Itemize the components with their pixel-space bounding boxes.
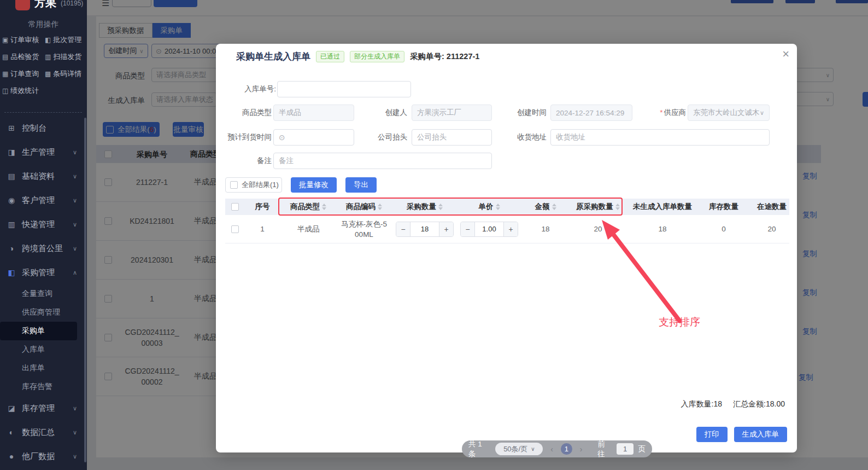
sidebar-item-basic-data[interactable]: ▤基础资料∨: [0, 164, 85, 188]
console-icon: ⊞: [7, 124, 16, 132]
chevron-down-icon: ∨: [73, 453, 77, 460]
sidebar-item-express[interactable]: ▥快递管理∨: [0, 212, 85, 236]
sidebar-item-data-summary[interactable]: ◐数据汇总∨: [0, 420, 85, 444]
quick-links: ▣订单审核 ◧批次管理 ▤品检验货 ▥扫描发货 ▦订单查询 ▩条码详情 ◫绩效统…: [2, 35, 85, 96]
chevron-down-icon: ∨: [73, 429, 77, 436]
plus-button[interactable]: +: [503, 222, 518, 236]
sidebar-subitem-full-query[interactable]: 全量查询: [0, 285, 85, 303]
logo-icon: [15, 0, 30, 10]
quick-link-order-query[interactable]: ▦订单查询: [2, 69, 45, 79]
sidebar-scrollbar[interactable]: [84, 118, 86, 462]
generate-inbound-button[interactable]: 生成入库单: [734, 427, 788, 442]
price-value[interactable]: 1.00: [475, 222, 503, 236]
required-asterisk: *: [660, 108, 662, 117]
sidebar-subitem-purchase-order[interactable]: 采购单: [0, 322, 77, 340]
barcode-icon: ▩: [45, 70, 51, 78]
stock-value: 0: [700, 225, 748, 233]
orig-qty-value: 20: [571, 225, 625, 233]
quick-link-performance[interactable]: ◫绩效统计: [2, 86, 45, 96]
chevron-down-icon: ∨: [73, 197, 77, 204]
other-factory-icon: ●: [7, 452, 16, 461]
goto-page-input[interactable]: 1: [617, 443, 634, 455]
col-code-sortable[interactable]: 商品编码: [337, 202, 391, 212]
total-amount-summary: 汇总金额:18.00: [733, 399, 785, 409]
tenant-id: (10195): [61, 0, 83, 7]
quick-link-order-audit[interactable]: ▣订单审核: [2, 35, 45, 45]
col-amount-sortable[interactable]: 金额: [520, 202, 571, 212]
export-button[interactable]: 导出: [345, 177, 377, 193]
generate-inbound-modal: × 采购单生成入库单 已通过 部分生成入库单 采购单号: 211227-1 入库…: [216, 44, 797, 452]
chevron-up-icon: ∧: [73, 269, 77, 276]
quick-link-barcode-detail[interactable]: ▩条码详情: [45, 69, 85, 79]
sidebar-subitem-inbound[interactable]: 入库单: [0, 340, 85, 359]
product-type-label: 商品类型: [220, 105, 272, 121]
order-query-icon: ▦: [2, 70, 8, 78]
current-page[interactable]: 1: [561, 443, 572, 455]
quick-link-qc-inspect[interactable]: ▤品检验货: [2, 52, 45, 62]
page-size-select[interactable]: 50条/页 ∨: [495, 443, 543, 455]
quick-section-title: 常用操作: [0, 20, 87, 30]
sort-icon[interactable]: [438, 204, 443, 210]
status-badge-partial: 部分生成入库单: [350, 51, 404, 62]
minus-button[interactable]: −: [396, 222, 410, 236]
sidebar-item-purchase[interactable]: ◧采购管理∧: [0, 260, 85, 285]
sidebar-item-production[interactable]: ◨生产管理∨: [0, 140, 85, 164]
company-label: 公司抬头: [353, 129, 407, 146]
remark-input[interactable]: 备注: [273, 153, 492, 169]
sidebar-subitem-stock-alert[interactable]: 库存告警: [0, 378, 85, 396]
col-ungenerated: 未生成入库单数量: [625, 202, 700, 212]
modal-header: 采购单生成入库单 已通过 部分生成入库单 采购单号: 211227-1: [236, 50, 479, 63]
creator-label: 创建人: [353, 105, 407, 121]
chevron-down-icon: ∨: [73, 245, 77, 252]
address-label: 收货地址: [492, 129, 547, 146]
col-price-sortable[interactable]: 单价: [458, 202, 520, 212]
close-icon[interactable]: ×: [782, 47, 789, 61]
express-icon: ▥: [7, 220, 16, 229]
sidebar-item-console[interactable]: ⊞控制台: [0, 116, 85, 140]
sort-icon[interactable]: [496, 204, 500, 210]
sidebar-item-customer[interactable]: ◉客户管理∨: [0, 188, 85, 212]
sidebar-item-other-factory[interactable]: ●他厂数据∨: [0, 444, 85, 468]
sidebar-item-crossborder[interactable]: ◑跨境首公里∨: [0, 236, 85, 260]
eta-date-input[interactable]: ⊙: [273, 129, 354, 146]
plus-button[interactable]: +: [439, 222, 453, 236]
sidebar-item-inventory[interactable]: ◪库存管理∨: [0, 396, 85, 420]
sidebar-subitem-outbound[interactable]: 出库单: [0, 359, 85, 378]
supplier-select[interactable]: 东莞市大岭山文诚木 ∨: [688, 105, 770, 121]
modal-row-checkbox[interactable]: [231, 225, 239, 233]
qty-value[interactable]: 18: [410, 222, 439, 236]
batch-edit-button[interactable]: 批量修改: [291, 177, 337, 193]
goto-label: 前往: [597, 439, 612, 459]
company-input[interactable]: 公司抬头: [412, 129, 492, 146]
quick-link-batch-manage[interactable]: ◧批次管理: [45, 35, 85, 45]
sidebar-subitem-supplier[interactable]: 供应商管理: [0, 303, 85, 322]
col-type-sortable[interactable]: 商品类型: [280, 202, 337, 212]
sidebar: 方果 (10195) 常用操作 ▣订单审核 ◧批次管理 ▤品检验货 ▥扫描发货 …: [0, 0, 87, 470]
modal-header-checkbox[interactable]: [231, 203, 239, 211]
inbound-no-input[interactable]: [277, 81, 411, 97]
qc-inspect-icon: ▤: [2, 53, 8, 61]
sort-icon[interactable]: [378, 204, 382, 210]
sort-icon[interactable]: [552, 204, 556, 210]
modal-toolbar: 全部结果(1) 批量修改 导出: [225, 177, 377, 193]
sort-icon[interactable]: [615, 204, 620, 210]
chevron-down-icon: ∨: [73, 221, 77, 228]
status-badge-passed: 已通过: [316, 51, 344, 62]
modal-select-all-checkbox[interactable]: [230, 181, 238, 189]
chevron-down-icon: ∨: [73, 405, 77, 412]
prev-page-button[interactable]: ‹: [547, 445, 556, 454]
col-orig-qty-sortable[interactable]: 原采购数量: [571, 202, 625, 212]
address-input[interactable]: 收货地址: [550, 129, 770, 146]
modal-select-all[interactable]: 全部结果(1): [225, 177, 282, 193]
purchase-icon: ◧: [7, 268, 16, 277]
print-button[interactable]: 打印: [696, 427, 728, 442]
next-page-button[interactable]: ›: [577, 445, 586, 454]
product-type-input: 半成品: [273, 105, 354, 121]
logo-text: 方果: [34, 0, 56, 10]
quick-link-scan-ship[interactable]: ▥扫描发货: [45, 52, 85, 62]
minus-button[interactable]: −: [461, 222, 475, 236]
created-time-label: 创建时间: [492, 105, 547, 121]
sort-icon[interactable]: [322, 204, 326, 210]
col-qty-sortable[interactable]: 采购数量: [391, 202, 458, 212]
sort-support-annotation: 支持排序: [659, 315, 700, 329]
